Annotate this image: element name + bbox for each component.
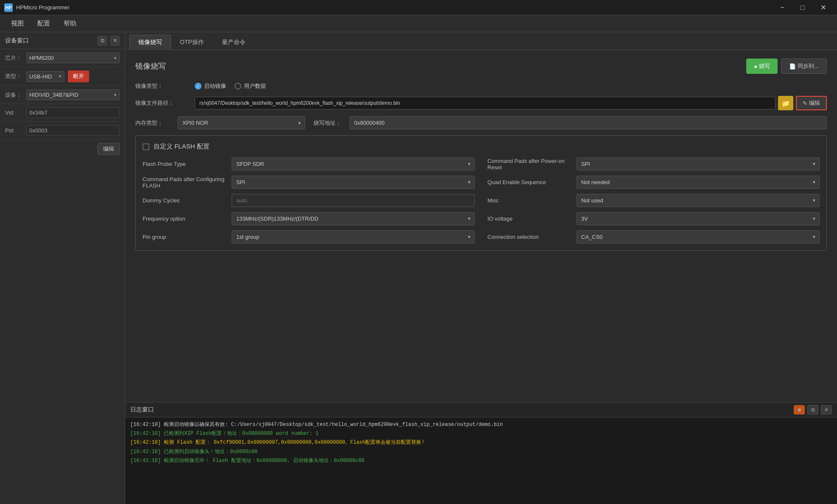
- burn-button[interactable]: ● 烧写: [746, 59, 778, 74]
- mem-type-select[interactable]: XPI0 NOR: [178, 116, 305, 129]
- config-grid: Flash Probe Type SFDP SDR Command Pads a…: [143, 157, 820, 244]
- burn-addr-input[interactable]: [350, 116, 827, 129]
- vid-label: Vid:: [5, 109, 26, 116]
- sidebar-copy-icon[interactable]: ⧉: [98, 36, 107, 45]
- burn-label: 烧写: [759, 62, 770, 70]
- minimize-button[interactable]: −: [773, 1, 792, 14]
- connection-sel-item: Connection selection CA_CS0: [487, 230, 820, 244]
- edit-file-button[interactable]: ✎ 编辑: [796, 96, 827, 110]
- type-row: 类型： USB-HID 断开: [0, 67, 125, 86]
- menu-item-view[interactable]: 视图: [4, 17, 31, 30]
- io-voltage-select-wrapper: 3V: [577, 212, 820, 225]
- quad-enable-select-wrapper: Not needed: [577, 176, 820, 189]
- image-type-label: 镜像类型：: [135, 82, 195, 90]
- file-path-row: 镜像文件路径： 📁 ✎ 编辑: [135, 96, 827, 110]
- quad-enable-select[interactable]: Not needed: [577, 176, 820, 189]
- file-path-label: 镜像文件路径：: [135, 99, 195, 107]
- flash-probe-type-label: Flash Probe Type: [143, 161, 227, 167]
- flash-probe-type-select[interactable]: SFDP SDR: [232, 157, 475, 171]
- misc-select[interactable]: Not used: [577, 194, 820, 207]
- dummy-cycles-label: Dummy Cycles: [143, 197, 227, 204]
- connection-sel-select-wrapper: CA_CS0: [577, 230, 820, 244]
- log-buttons: ■ ⧉ ✕: [794, 405, 832, 414]
- pin-group-item: Pin group 1st group: [143, 230, 475, 244]
- device-select[interactable]: HID\VID_34B7&PID: [26, 90, 120, 100]
- sync-button[interactable]: 📄 同步到...: [781, 59, 827, 74]
- chip-select-wrapper: HPM6200: [26, 53, 120, 63]
- chip-label: 芯片：: [5, 54, 26, 62]
- cmd-pads-reset-item: Command Pads after Power-on Reset SPI: [487, 157, 820, 171]
- tab-otp[interactable]: OTP操作: [171, 35, 213, 50]
- image-type-radio-group: 启动镜像 用户数据: [195, 82, 266, 90]
- sidebar-close-icon[interactable]: ✕: [110, 36, 120, 45]
- mem-type-row: 内存类型： XPI0 NOR 烧写地址：: [135, 116, 827, 129]
- type-select-wrapper: USB-HID: [26, 71, 64, 82]
- connection-sel-select[interactable]: CA_CS0: [577, 230, 820, 244]
- pid-field[interactable]: [26, 125, 120, 136]
- chip-select[interactable]: HPM6200: [26, 53, 120, 63]
- close-button[interactable]: ✕: [813, 1, 833, 14]
- log-clear-button[interactable]: ■: [794, 405, 805, 414]
- radio-boot-icon: [195, 83, 202, 90]
- pin-group-select[interactable]: 1st group: [232, 230, 475, 244]
- tab-image-burn[interactable]: 镜像烧写: [129, 35, 171, 50]
- log-line: [16:42:10] 检测启动镜像以确保其有效: C:/Users/xj0047…: [130, 421, 832, 429]
- mem-type-label: 内存类型：: [135, 119, 169, 127]
- content-title: 镜像烧写: [135, 61, 166, 71]
- pin-group-label: Pin group: [143, 234, 227, 240]
- log-line: [16:42:10] 检测启动镜像完毕！ Flash 配置地址：0x000000…: [130, 457, 832, 465]
- misc-label: Misc: [487, 197, 572, 204]
- pid-label: Pid:: [5, 127, 26, 134]
- radio-user-icon: [235, 83, 241, 90]
- connection-sel-label: Connection selection: [487, 234, 572, 240]
- log-line: [16:42:10] 已检测到XIP Flash配置！地址：0x00000000…: [130, 430, 832, 438]
- file-path-input[interactable]: [195, 97, 775, 109]
- maximize-button[interactable]: □: [793, 1, 812, 14]
- log-area: 日志窗口 ■ ⧉ ✕ [16:42:10] 检测启动镜像以确保其有效: C:/U…: [125, 402, 837, 504]
- tab-mass-prod[interactable]: 量产命令: [213, 35, 255, 50]
- io-voltage-item: IO voltage 3V: [487, 212, 820, 225]
- menu-item-help[interactable]: 帮助: [57, 17, 83, 30]
- freq-option-select[interactable]: 133MHz/(SDR)133MHz/(DTR/DD: [232, 212, 475, 225]
- log-copy-button[interactable]: ⧉: [807, 405, 818, 414]
- vid-field[interactable]: [26, 107, 120, 118]
- window-controls: − □ ✕: [773, 1, 833, 14]
- pid-row: Pid:: [0, 122, 125, 140]
- right-panel: 镜像烧写 OTP操作 量产命令 镜像烧写 ● 烧写 📄 同步到...: [125, 32, 837, 504]
- edit-button[interactable]: 编辑: [98, 143, 120, 155]
- cmd-pads-flash-select[interactable]: SPI: [232, 176, 475, 189]
- log-close-button[interactable]: ✕: [821, 405, 832, 414]
- app-title: HPMicro Programmer: [16, 4, 773, 11]
- cmd-pads-reset-label: Command Pads after Power-on Reset: [487, 158, 572, 171]
- menu-item-config[interactable]: 配置: [31, 17, 57, 30]
- content-header: 镜像烧写 ● 烧写 📄 同步到...: [135, 59, 827, 74]
- radio-boot-image[interactable]: 启动镜像: [195, 82, 226, 90]
- radio-user-label: 用户数据: [244, 82, 266, 90]
- radio-user-data[interactable]: 用户数据: [235, 82, 266, 90]
- sidebar-header: 设备窗口 ⧉ ✕: [0, 32, 125, 49]
- cmd-pads-flash-label: Command Pads after Configuring FLASH: [143, 176, 227, 189]
- sidebar-bottom: 编辑: [0, 140, 125, 158]
- sync-icon: 📄: [789, 63, 796, 70]
- burn-icon: ●: [754, 63, 757, 70]
- flash-config-header: 自定义 FLASH 配置: [143, 143, 820, 151]
- dummy-cycles-item: Dummy Cycles: [143, 194, 475, 207]
- cmd-pads-reset-select[interactable]: SPI: [577, 157, 820, 171]
- cmd-pads-flash-item: Command Pads after Configuring FLASH SPI: [143, 176, 475, 189]
- sync-label: 同步到...: [798, 62, 819, 70]
- type-select[interactable]: USB-HID: [26, 71, 64, 82]
- chip-row: 芯片： HPM6200: [0, 49, 125, 67]
- quad-enable-label: Quad Enable Sequence: [487, 179, 572, 185]
- edit-file-label: 编辑: [809, 99, 820, 107]
- edit-pencil-icon: ✎: [803, 100, 807, 106]
- sidebar-icon-group: ⧉ ✕: [98, 36, 120, 45]
- content-area: 镜像烧写 ● 烧写 📄 同步到... 镜像类型：: [125, 50, 837, 402]
- dummy-cycles-input[interactable]: [232, 194, 475, 207]
- image-type-row: 镜像类型： 启动镜像 用户数据: [135, 82, 827, 90]
- flash-config-checkbox[interactable]: [143, 143, 149, 150]
- flash-config-section: 自定义 FLASH 配置 Flash Probe Type SFDP SDR: [135, 135, 827, 251]
- log-line: [16:42:10] 检测 Flash 配置： 0xfcf90001,0x000…: [130, 439, 832, 447]
- disconnect-button[interactable]: 断开: [68, 70, 89, 82]
- folder-button[interactable]: 📁: [778, 96, 793, 110]
- io-voltage-select[interactable]: 3V: [577, 212, 820, 225]
